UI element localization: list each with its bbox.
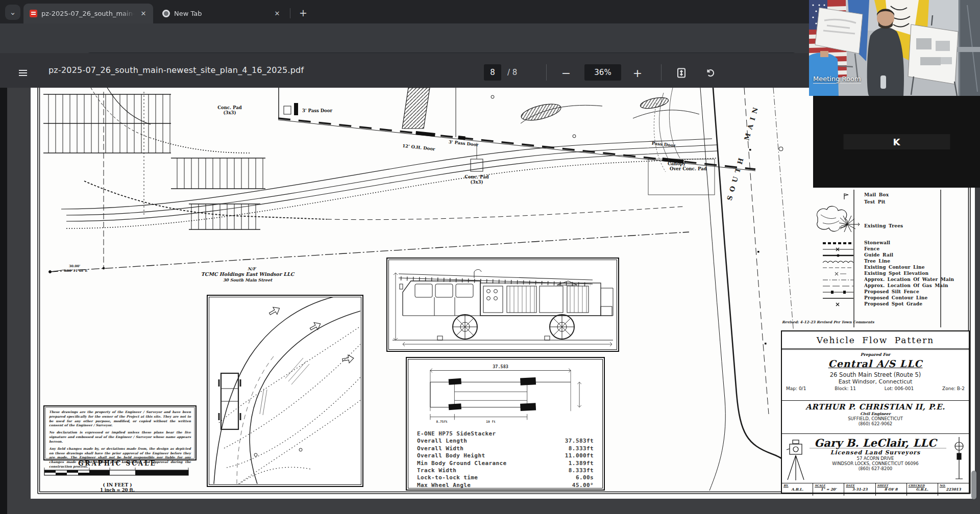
spec-label: Track Width xyxy=(417,467,456,474)
engineer-title: Civil Engineer xyxy=(782,412,969,416)
legend-label: Existing Spot Elevation xyxy=(864,271,928,276)
disclaimer-paragraph: No declaration is expressed or implied u… xyxy=(49,430,191,444)
tab-search-button[interactable]: ⌄ xyxy=(5,5,20,20)
table-cell: SCALE1" = 20' xyxy=(813,483,844,496)
water-main-symbol xyxy=(821,277,854,282)
legend-label: Approx. Location Of Water Main xyxy=(864,277,954,282)
cell-value: 3-31-23 xyxy=(846,487,873,492)
toolbar-divider xyxy=(546,64,547,81)
legend-label: Test Pit xyxy=(864,199,886,204)
topview-wheelbase-dim: 19 ft xyxy=(486,420,496,423)
disclaimer-paragraph: These drawings are the property of the E… xyxy=(49,410,191,428)
spec-row: Overall Body Height11.000ft xyxy=(417,452,594,459)
close-tab-icon[interactable]: ✕ xyxy=(139,9,148,18)
plus-icon: + xyxy=(633,67,642,80)
mailbox-icon xyxy=(821,193,854,200)
engineer-name: ARTHUR P. CHRISTIAN II, P.E. xyxy=(782,402,969,412)
label-conc-pad-1-size: (3x3) xyxy=(224,110,236,115)
hamburger-icon xyxy=(18,68,28,78)
legend-label: Approx. Location Of Gas Main xyxy=(864,283,948,288)
audience-person xyxy=(809,51,839,96)
legend-row: Proposed Spot Grade xyxy=(817,301,975,307)
legend-label: Stonewall xyxy=(864,240,890,245)
graphic-scale-title: GRAPHIC SCALE xyxy=(38,460,197,467)
gas-main-symbol xyxy=(821,284,854,289)
legend-label: Existing Contour Line xyxy=(864,265,925,270)
spec-label: Max Wheel Angle xyxy=(417,482,471,489)
participant-initial: K xyxy=(893,137,900,147)
prepared-for-label: Prepared For xyxy=(782,352,969,357)
fire-truck-drawing xyxy=(388,260,616,349)
legend-row: Stonewall xyxy=(817,240,975,246)
zoom-out-button[interactable]: − xyxy=(557,64,575,82)
fit-page-button[interactable] xyxy=(673,64,690,82)
parcel-info-row: Map: 0/1 Block: 11 Lot: 006-001 Zone: B-… xyxy=(782,385,969,391)
video-tile-label: Meeting Room xyxy=(813,75,861,84)
legend-row: Existing Contour Line xyxy=(817,265,975,271)
label-bearing: S88°11'48"E xyxy=(64,269,87,273)
spec-row: Max Wheel Angle45.00° xyxy=(417,482,594,489)
legend-row: Fence xyxy=(817,246,975,252)
fire-truck-elevation-inset xyxy=(386,258,619,352)
label-street-south-main: SOUTH MAIN xyxy=(725,102,761,201)
truck-data-inset: 37.583 8.75ft 19 ft E-ONE HP75 SideStack… xyxy=(406,357,605,491)
revision-note: Revised: 4-12-23 Revised Per Town Commen… xyxy=(782,320,970,324)
client-section: Prepared For Central A/S LLC 26 South Ma… xyxy=(782,352,969,400)
table-cell: SHEET8 OF 8 xyxy=(876,483,907,496)
meeting-room-video-tile[interactable]: Meeting Room xyxy=(809,0,980,96)
rotate-button[interactable] xyxy=(702,64,719,82)
spec-value: 45.00° xyxy=(572,482,594,489)
label-conc-pad-2-size: (3x3) xyxy=(471,179,483,185)
label-pass-door-top: 3' Pass Door xyxy=(302,108,332,113)
spec-label: Lock-to-lock time xyxy=(417,474,478,481)
cell-value: 223013 xyxy=(940,487,967,492)
pdf-filename: pz-2025-07_26_south_main-newest_site_pla… xyxy=(48,65,304,75)
turning-diagram-inset xyxy=(207,295,363,487)
surveyor-section: Gary B. LeClair, LLC Licensed Land Surve… xyxy=(782,433,969,483)
label-owner-address: 30 South Main Street xyxy=(223,277,273,282)
block-ref: Block: 11 xyxy=(835,386,856,391)
legend-label: Proposed Silt Fence xyxy=(864,289,919,294)
label-conc-pad-1: Conc. Pad xyxy=(217,105,241,110)
vertical-scrollbar-thumb[interactable] xyxy=(971,471,976,499)
guide-rail-symbol xyxy=(821,253,854,258)
legend-label: Proposed Contour Line xyxy=(864,295,928,300)
surveyor-name: Gary B. LeClair, LLC xyxy=(782,436,969,449)
fit-page-icon xyxy=(677,68,686,78)
title-block: Vehicle Flow Pattern Prepared For Centra… xyxy=(781,330,970,494)
sheet-title: Vehicle Flow Pattern xyxy=(782,331,969,350)
zoom-level-input[interactable]: 36% xyxy=(584,64,621,81)
spec-label: Overall Length xyxy=(417,438,467,445)
zoom-in-button[interactable]: + xyxy=(629,64,646,82)
cell-value: 1" = 20' xyxy=(815,487,842,492)
label-conc-pad-2: Conc. Pad xyxy=(464,174,488,179)
site-address-1: 26 South Main Street (Route 5) xyxy=(782,371,969,378)
page-number-input[interactable]: 8 xyxy=(484,64,501,81)
cell-value: 8 OF 8 xyxy=(877,487,905,492)
legend-row: Proposed Silt Fence xyxy=(817,289,975,295)
pdf-menu-button[interactable] xyxy=(14,64,32,82)
disclaimer-note: These drawings are the property of the E… xyxy=(43,405,197,460)
legend-row: Approx. Location Of Water Main xyxy=(817,277,975,283)
spec-label: Min Body Ground Clearance xyxy=(417,460,507,467)
legend-row: Approx. Location Of Gas Main xyxy=(817,283,975,289)
close-tab-icon[interactable]: ✕ xyxy=(273,9,282,18)
truck-spec-table: E-ONE HP75 SideStacker Overall Length37.… xyxy=(417,430,594,489)
chevron-down-icon: ⌄ xyxy=(10,8,16,17)
legend-row: Guide Rail xyxy=(817,252,975,259)
legend-label: Fence xyxy=(864,246,879,251)
map-ref: Map: 0/1 xyxy=(786,386,806,391)
zone-ref: Zone: B-2 xyxy=(942,386,965,391)
left-edge-strip xyxy=(0,88,7,514)
new-tab-button[interactable]: + xyxy=(296,6,310,20)
participant-video-tile[interactable]: K xyxy=(813,96,980,188)
label-owner-name: TCMC Holdings East Windsor LLC xyxy=(201,271,295,277)
cell-value: G.B.L. xyxy=(909,487,936,492)
topview-length-dim: 37.583 xyxy=(493,364,508,369)
legend-label: Proposed Spot Grade xyxy=(864,301,922,306)
label-canopy-1: Canopy xyxy=(668,161,686,166)
tab-new-tab[interactable]: New Tab ✕ xyxy=(156,4,287,23)
tab-pdf[interactable]: pz-2025-07_26_south_main-ne ✕ xyxy=(23,4,153,23)
tab-divider xyxy=(290,8,290,18)
rotate-ccw-icon xyxy=(705,68,716,78)
